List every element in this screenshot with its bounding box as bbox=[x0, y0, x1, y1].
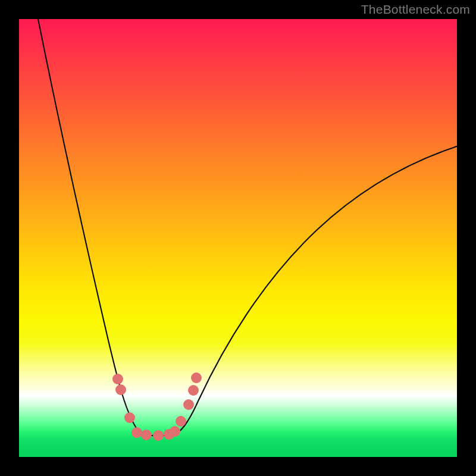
left-curve bbox=[37, 19, 150, 436]
plot-area bbox=[19, 19, 457, 457]
dot bbox=[188, 385, 199, 396]
dot bbox=[141, 430, 152, 440]
watermark-text: TheBottleneck.com bbox=[361, 2, 470, 17]
curves-layer bbox=[19, 19, 457, 457]
dot bbox=[112, 374, 123, 384]
dot bbox=[131, 427, 142, 438]
dot bbox=[115, 384, 126, 395]
dot bbox=[176, 416, 186, 427]
dot bbox=[153, 430, 164, 441]
dot bbox=[183, 399, 194, 410]
dot bbox=[124, 412, 135, 423]
right-curve bbox=[171, 145, 457, 436]
dot bbox=[170, 426, 180, 437]
dot bbox=[191, 372, 202, 383]
chart-frame: TheBottleneck.com bbox=[0, 0, 476, 476]
